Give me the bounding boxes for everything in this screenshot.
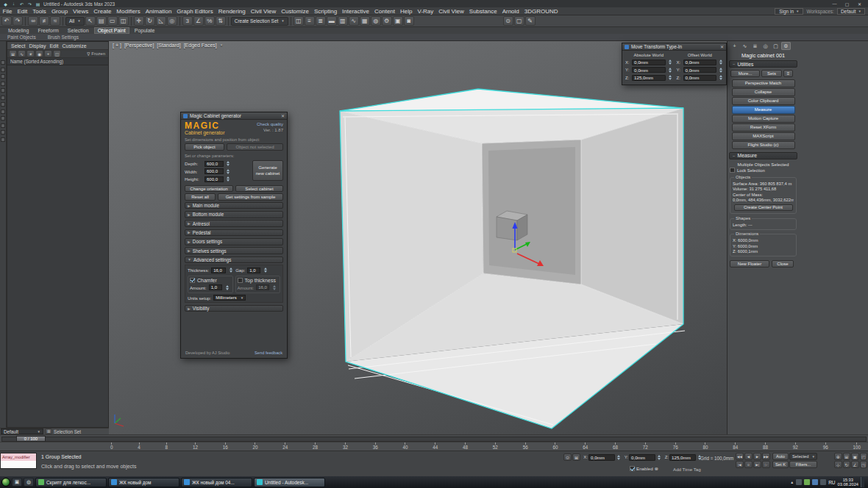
dope-sheet-icon[interactable]: ▦ [360,16,370,26]
named-selection-sets-dropdown[interactable]: Create Selection Set▼ [231,17,288,26]
depth-input[interactable]: 600,0 [204,161,224,167]
sets-button[interactable]: Sets [761,70,782,77]
selection-lock-icon[interactable]: ⊠ [572,453,580,461]
redo-icon[interactable]: ↷ [13,16,23,26]
utility-button[interactable]: MAXScript [732,132,795,140]
advanced-settings-header[interactable]: ▼ Advanced settings [185,256,283,264]
ribbon-tab[interactable]: Modeling [4,27,32,34]
close-icon[interactable]: ✕ [720,44,724,49]
utility-button[interactable]: Collapse [732,88,795,96]
menu-item[interactable]: Customize [279,8,312,15]
time-slider-handle[interactable]: 0 / 100 [16,436,46,442]
material-editor-icon[interactable]: ◍ [371,16,381,26]
tray-icon[interactable] [820,479,826,485]
ribbon-group-label[interactable]: Paint Objects [7,35,36,40]
selection-filter-dropdown[interactable]: All▼ [65,17,85,26]
unlink-selection-icon[interactable]: ≠ [39,16,49,26]
change-orientation-button[interactable]: Change orientation [185,185,233,193]
offset-value-input[interactable]: 0,0mm [683,75,717,81]
dialog-title-bar[interactable]: Move Transform Type-In ✕ [622,43,726,51]
annotate-icon[interactable]: ✎ [525,16,536,26]
spinner-icon[interactable] [668,67,672,73]
current-frame-field[interactable]: 0 [744,461,753,468]
tray-icon[interactable] [812,479,818,485]
start-button[interactable] [1,478,10,487]
viewport-layout-tab[interactable] [1,102,5,107]
menu-item[interactable]: Help [398,8,415,15]
magic-rollout-header[interactable]: ▶ Main module [185,202,283,209]
render-setup-icon[interactable]: ⚙ [382,16,392,26]
zoom-icon[interactable]: ⊕ [834,453,842,460]
frozen-filter[interactable]: ∇ Frozen [87,51,107,57]
chamfer-checkbox[interactable]: Chamfer [190,278,231,283]
spinner-icon[interactable] [226,168,230,175]
workspace-icon[interactable]: ▤ [35,1,41,7]
menu-item[interactable]: Scripting [311,8,339,15]
mirror-icon[interactable]: ◫ [294,16,304,26]
tray-expand-icon[interactable]: ▲ [790,480,794,484]
select-and-link-icon[interactable]: ∞ [28,16,38,26]
absolute-value-input[interactable]: 125,0mm [632,75,666,81]
viewport-layout-tab[interactable] [1,123,5,128]
disable-icon[interactable]: ⊗ [655,466,658,471]
spinner-icon[interactable] [668,74,672,81]
ribbon-group-label[interactable]: Brush Settings [48,35,79,40]
ribbon-tab[interactable]: Populate [131,27,159,34]
menu-item[interactable]: Content [372,8,398,15]
rotate-icon[interactable]: ↻ [145,16,155,26]
close-icon[interactable]: ✕ [281,113,285,118]
maximize-button[interactable]: ▢ [841,1,853,7]
display-shapes-icon[interactable]: ∿ [18,50,26,57]
create-tab-icon[interactable]: + [730,42,739,50]
scale-icon[interactable]: ◺ [156,16,166,26]
viewport-label-item[interactable]: [Perspective] [124,43,154,48]
viewport-label-item[interactable]: [Edged Faces] [184,43,217,48]
previous-frame-icon[interactable]: ◀ [744,453,753,460]
snaps-toggle-icon[interactable]: 3 [182,16,193,26]
spinner-icon[interactable] [719,59,723,65]
auto-key-button[interactable]: Auto [772,453,789,460]
workspace-selector[interactable]: Default▼ [837,8,865,15]
menu-item[interactable]: V-Ray [415,8,436,15]
menu-item[interactable]: File [0,8,15,15]
rendered-frame-icon[interactable]: ▣ [393,16,403,26]
go-to-end-icon[interactable]: ▶▶ [762,453,770,460]
menu-item[interactable]: Rendering [216,8,248,15]
coordinate-input[interactable]: 0,0mm [588,454,615,461]
render-icon[interactable]: ◙ [404,16,414,26]
display-objects-icon[interactable]: ⊞ [9,50,17,57]
spinner-icon[interactable] [229,267,233,273]
select-cabinet-button[interactable]: Select cabinet [235,185,283,193]
utilities-tab-icon[interactable]: ⚙ [781,42,791,50]
viewport-layout-tab[interactable] [1,88,5,93]
tray-icon[interactable] [796,479,802,485]
absolute-value-input[interactable]: 0,0mm [632,67,666,73]
modify-tab-icon[interactable]: ∿ [740,42,750,50]
menu-item[interactable]: Views [71,8,91,15]
explorer-menu-item[interactable]: Edit [48,43,60,49]
show-desktop-button[interactable] [861,477,864,487]
use-center-icon[interactable]: ◎ [167,16,177,26]
target-cube[interactable] [497,211,527,240]
pick-object-button[interactable]: Pick object [185,143,224,151]
ribbon-tab[interactable]: Freeform [34,27,62,34]
explorer-menu-item[interactable]: Customize [60,43,88,49]
spinner-icon[interactable] [616,454,621,461]
zoom-region-icon[interactable]: ◰ [860,453,868,460]
align-icon[interactable]: ≡ [305,16,315,26]
spinner-icon[interactable] [719,67,723,73]
fov-icon[interactable]: ∠ [851,461,859,468]
display-cameras-icon[interactable]: ◉ [35,50,43,57]
ribbon-tab[interactable]: Object Paint [94,27,129,34]
check-quality-link[interactable]: Check quality [257,122,283,126]
enabled-toggle[interactable]: Enabled ⊗ [630,466,658,471]
menu-item[interactable]: Civil View [248,8,279,15]
redo-icon[interactable]: ↷ [26,1,33,7]
bind-spacewarp-icon[interactable]: ≈ [50,16,60,26]
magic-rollout-header[interactable]: ▶ Shelves settings [185,247,283,254]
viewport-label-item[interactable]: [ + ] [113,43,121,48]
angle-snap-icon[interactable]: ∠ [193,16,204,26]
magic-rollout-header[interactable]: ▶ Doors settings [185,238,283,245]
spinner-icon[interactable] [719,74,723,81]
ribbon-tab[interactable]: Selection [64,27,93,34]
